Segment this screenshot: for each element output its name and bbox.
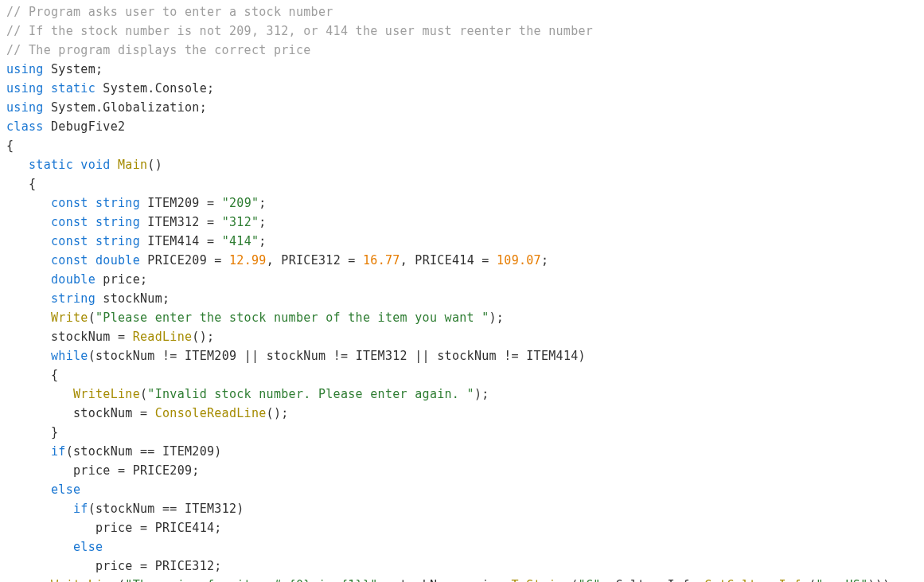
code-token: = <box>133 521 155 535</box>
code-token: PRICE312 <box>281 253 341 268</box>
code-token: != <box>326 349 355 363</box>
code-token: string <box>96 196 140 210</box>
code-token <box>6 482 51 497</box>
code-token: , <box>601 578 616 582</box>
code-token: , <box>378 578 393 582</box>
code-token <box>6 578 51 582</box>
code-token: { <box>6 177 36 191</box>
code-token: stockNum <box>392 578 452 582</box>
code-token: class <box>6 119 44 134</box>
code-token <box>6 406 73 420</box>
code-token: PRICE312 <box>155 559 215 573</box>
code-token <box>96 272 103 287</box>
code-token: , <box>267 253 282 268</box>
code-token <box>6 502 73 516</box>
code-token <box>6 291 51 306</box>
code-token <box>6 349 51 363</box>
code-token: "Please enter the stock number of the it… <box>96 311 489 325</box>
code-token: Main <box>118 158 147 172</box>
code-token: ) <box>214 444 221 459</box>
code-token: "Invalid stock number. Please enter agai… <box>147 387 474 401</box>
code-token: while <box>51 349 88 363</box>
code-token: ; <box>200 100 207 115</box>
code-token: price <box>467 578 505 582</box>
code-token: const <box>51 234 88 248</box>
code-token: ITEM209 <box>162 444 214 459</box>
code-token: ); <box>489 311 505 325</box>
code-token: (); <box>192 330 214 344</box>
code-token: // Program asks user to enter a stock nu… <box>6 5 333 19</box>
code-token: PRICE414 <box>415 253 474 268</box>
code-token <box>6 215 51 229</box>
code-token: ITEM312 <box>147 215 199 229</box>
code-token <box>6 521 96 535</box>
code-token <box>6 158 29 172</box>
code-token: static <box>51 81 96 96</box>
code-token: ; <box>96 62 103 76</box>
code-token <box>44 119 51 134</box>
code-token: = <box>133 559 155 573</box>
code-token <box>96 291 103 306</box>
code-token <box>140 215 147 229</box>
code-token: System <box>103 81 147 96</box>
code-token: stockNum <box>103 291 162 306</box>
code-token: ); <box>474 387 489 401</box>
code-token <box>111 158 118 172</box>
code-token: = <box>341 253 363 268</box>
code-token: ( <box>88 311 96 325</box>
code-token: price <box>103 272 140 287</box>
code-token: ; <box>214 521 221 535</box>
code-token: ; <box>541 253 548 268</box>
code-token: "The price for item # {0} is {1}}" <box>125 578 377 582</box>
code-token: ; <box>259 196 266 210</box>
code-token: using <box>6 62 44 76</box>
code-token: || <box>236 349 266 363</box>
code-token: = <box>207 253 229 268</box>
code-token: System <box>51 100 96 115</box>
code-token: = <box>133 406 155 420</box>
code-token: ITEM414 <box>147 234 199 248</box>
code-token: ToString <box>512 578 571 582</box>
code-token: else <box>51 482 80 497</box>
code-token: = <box>111 330 133 344</box>
code-token: stockNum <box>96 349 155 363</box>
code-token: 16.77 <box>363 253 400 268</box>
code-token: ITEM209 <box>185 349 236 363</box>
code-token: ConsoleReadLine <box>155 406 267 420</box>
code-token: const <box>51 215 88 229</box>
code-token: DebugFive2 <box>51 119 125 134</box>
code-token <box>6 559 96 573</box>
code-token: == <box>155 502 185 516</box>
code-token: "312" <box>222 215 259 229</box>
code-token <box>6 387 73 401</box>
code-token: () <box>147 158 162 172</box>
code-token <box>6 330 51 344</box>
code-token: Write <box>51 311 88 325</box>
code-token: ITEM312 <box>185 502 236 516</box>
code-token <box>6 311 51 325</box>
code-token: ( <box>88 349 96 363</box>
code-token <box>140 253 147 268</box>
code-token <box>6 463 73 478</box>
code-token: const <box>51 196 88 210</box>
code-token: ITEM312 <box>356 349 407 363</box>
code-token: . <box>147 81 154 96</box>
code-token: ) <box>236 502 244 516</box>
code-token <box>88 215 96 229</box>
code-token <box>88 234 96 248</box>
code-block: // Program asks user to enter a stock nu… <box>0 0 924 582</box>
code-token <box>44 81 51 96</box>
code-token: System <box>51 62 96 76</box>
code-token: price <box>96 521 133 535</box>
code-token: string <box>51 291 96 306</box>
code-token <box>6 540 73 554</box>
code-token: Console <box>155 81 207 96</box>
code-token: CultureInfo <box>615 578 697 582</box>
code-token: const <box>51 253 88 268</box>
code-token: ITEM414 <box>526 349 578 363</box>
code-token: ( <box>140 387 147 401</box>
code-token: if <box>73 502 88 516</box>
code-token: ; <box>192 463 199 478</box>
code-token: ) <box>579 349 586 363</box>
code-token: ( <box>88 502 96 516</box>
